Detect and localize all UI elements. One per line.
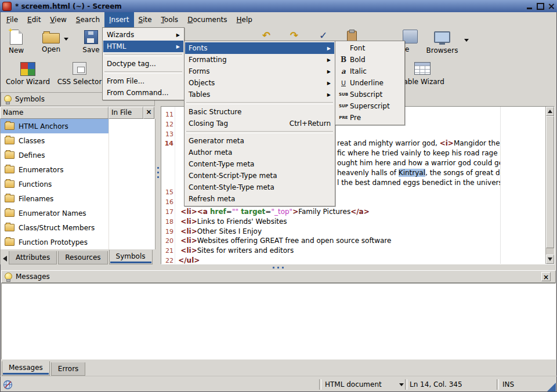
- statusbar: HTML document Ln 14, Col. 345 INS: [0, 376, 557, 392]
- code-line-20[interactable]: 20 <li>Websites offering GREAT free and …: [161, 236, 545, 246]
- browsers-button[interactable]: Browsers: [421, 30, 463, 55]
- menu-item-subscript[interactable]: SUBSubscript: [336, 89, 404, 100]
- check-icon[interactable]: ✓: [319, 30, 327, 41]
- menu-item-html[interactable]: HTML▶: [103, 41, 183, 52]
- new-document-icon: [10, 30, 23, 45]
- messages-tab-messages[interactable]: Messages: [2, 361, 50, 376]
- symbol-item-html-anchors[interactable]: HTML Anchors: [1, 119, 155, 133]
- color-wizard-button[interactable]: Color Wizard: [2, 62, 53, 86]
- new-button[interactable]: New: [3, 30, 29, 55]
- menu-item-font[interactable]: Font: [336, 42, 404, 54]
- line-number: 22: [161, 256, 173, 264]
- scroll-down-button[interactable]: [546, 255, 554, 264]
- menu-item-fonts[interactable]: Fonts▶: [185, 42, 334, 54]
- submenu-arrow-icon: ▶: [167, 44, 180, 49]
- maximize-button[interactable]: [535, 1, 546, 11]
- menu-item-basic-structure[interactable]: Basic Structure: [185, 106, 334, 118]
- menu-item-doctype-tag[interactable]: Doctype tag...: [103, 58, 183, 70]
- close-button[interactable]: [546, 1, 557, 11]
- open-dropdown-arrow-icon[interactable]: [64, 38, 68, 41]
- menubar-item-help[interactable]: Help: [232, 12, 257, 27]
- menu-separator: [104, 71, 182, 74]
- scrollbar-thumb[interactable]: [546, 116, 554, 248]
- menu-item-label: Refresh meta: [189, 195, 235, 203]
- menu-item-underline[interactable]: UUnderline: [336, 77, 404, 89]
- symbol-item-filenames[interactable]: Filenames: [1, 191, 155, 206]
- menu-item-bold[interactable]: BBold: [336, 54, 404, 66]
- resize-grip[interactable]: [547, 383, 556, 391]
- menu-item-label: Fonts: [189, 44, 207, 52]
- menu-item-pre[interactable]: PREPre: [336, 112, 404, 124]
- sidebar-tab-attributes[interactable]: Attributes: [9, 251, 57, 264]
- menu-item-tables[interactable]: Tables▶: [185, 89, 334, 100]
- menubar-item-search[interactable]: Search: [71, 12, 104, 27]
- menubar-item-tools[interactable]: Tools: [157, 12, 183, 27]
- horizontal-splitter[interactable]: [0, 264, 557, 270]
- symbol-item-enumerator-names[interactable]: Enumerator Names: [1, 206, 155, 220]
- menu-item-label: Basic Structure: [189, 108, 241, 116]
- tab-scroll-left-button[interactable]: [1, 253, 9, 264]
- menu-item-from-file[interactable]: From File...: [103, 75, 183, 87]
- menu-item-content-type-meta[interactable]: Content-Type meta: [185, 158, 334, 170]
- menu-item-content-style-type-meta[interactable]: Content-Style-Type meta: [185, 182, 334, 193]
- menu-item-formatting[interactable]: Formatting▶: [185, 54, 334, 66]
- css-selector-button[interactable]: CSS Selector: [55, 62, 104, 86]
- code-line-17[interactable]: 17 <li><a href="" target="_top">Family P…: [161, 207, 545, 217]
- statusbar-separator: [405, 379, 407, 390]
- menu-item-author-meta[interactable]: Author meta: [185, 147, 334, 158]
- symbol-item-enumerators[interactable]: Enumerators: [1, 162, 155, 177]
- menu-item-wizards[interactable]: Wizards▶: [103, 29, 183, 41]
- symbol-item-functions[interactable]: Functions: [1, 177, 155, 191]
- menu-item-refresh-meta[interactable]: Refresh meta: [185, 193, 334, 205]
- menubar-item-file[interactable]: File: [2, 12, 23, 27]
- fonts-submenu: FontBBoldaItalicUUnderlineSUBSubscriptSU…: [335, 41, 405, 125]
- titlebar[interactable]: * screem.html (~) - Screem: [0, 0, 557, 12]
- toolbar-button-partial[interactable]: e: [403, 30, 420, 53]
- online-status-icon[interactable]: [3, 376, 13, 392]
- underline-icon: U: [337, 79, 350, 87]
- menu-item-generator-meta[interactable]: Generator meta: [185, 135, 334, 147]
- symbol-item-function-prototypes[interactable]: Function Prototypes: [1, 235, 155, 249]
- minimize-button[interactable]: [524, 1, 535, 11]
- vertical-splitter[interactable]: [155, 92, 161, 264]
- redo-arrow-icon[interactable]: ↷: [290, 30, 298, 41]
- messages-close-button[interactable]: [541, 272, 551, 281]
- menu-item-label: Superscript: [350, 102, 390, 110]
- document-type-selector[interactable]: HTML document: [325, 376, 404, 392]
- messages-tab-errors[interactable]: Errors: [51, 362, 86, 376]
- menubar-item-site[interactable]: Site: [134, 12, 157, 27]
- table-wizard-button[interactable]: Table Wizard: [398, 62, 447, 86]
- column-header-name[interactable]: Name: [0, 107, 108, 119]
- code-line-21[interactable]: 21 <li>Sites for writers and editors: [161, 246, 545, 256]
- code-line-18[interactable]: 18 <li>Links to Friends' Websites: [161, 217, 545, 227]
- undo-arrow-icon[interactable]: ↶: [262, 30, 270, 41]
- save-button[interactable]: Save: [78, 30, 104, 54]
- menu-item-italic[interactable]: aItalic: [336, 66, 404, 77]
- sidebar-tab-resources[interactable]: Resources: [58, 251, 107, 264]
- menu-item-from-command[interactable]: From Command...: [103, 87, 183, 99]
- editor-vertical-scrollbar[interactable]: [545, 107, 554, 264]
- menu-item-objects[interactable]: Objects▶: [185, 77, 334, 89]
- panel-close-button[interactable]: [143, 107, 154, 119]
- menubar-item-documents[interactable]: Documents: [183, 12, 232, 27]
- column-header-in-file[interactable]: In File: [108, 107, 143, 119]
- menubar-item-insert[interactable]: Insert: [104, 12, 133, 27]
- code-line-22[interactable]: 22 </ul>: [161, 256, 545, 264]
- code-line-19[interactable]: 19 <li>Other Sites I Enjoy: [161, 227, 545, 237]
- menu-item-forms[interactable]: Forms▶: [185, 66, 334, 77]
- window-title: * screem.html (~) - Screem: [15, 2, 122, 10]
- menu-item-content-script-type-meta[interactable]: Content-Script-Type meta: [185, 170, 334, 182]
- menu-item-closing-tag[interactable]: Closing TagCtrl+Return: [185, 118, 334, 129]
- open-button[interactable]: Open: [36, 30, 66, 53]
- menubar-item-edit[interactable]: Edit: [23, 12, 45, 27]
- browsers-dropdown-arrow-icon[interactable]: [464, 39, 469, 42]
- maximize-icon: [537, 3, 544, 10]
- menu-item-superscript[interactable]: SUPSuperscript: [336, 100, 404, 112]
- symbol-item-defines[interactable]: Defines: [1, 148, 155, 162]
- symbol-item-class-struct-members[interactable]: Class/Struct Members: [1, 220, 155, 235]
- symbol-item-classes[interactable]: Classes: [1, 133, 155, 148]
- menubar-item-view[interactable]: View: [45, 12, 71, 27]
- sidebar-tab-symbols[interactable]: Symbols: [109, 250, 153, 264]
- css-selector-icon: [73, 62, 86, 75]
- scroll-up-button[interactable]: [546, 107, 554, 116]
